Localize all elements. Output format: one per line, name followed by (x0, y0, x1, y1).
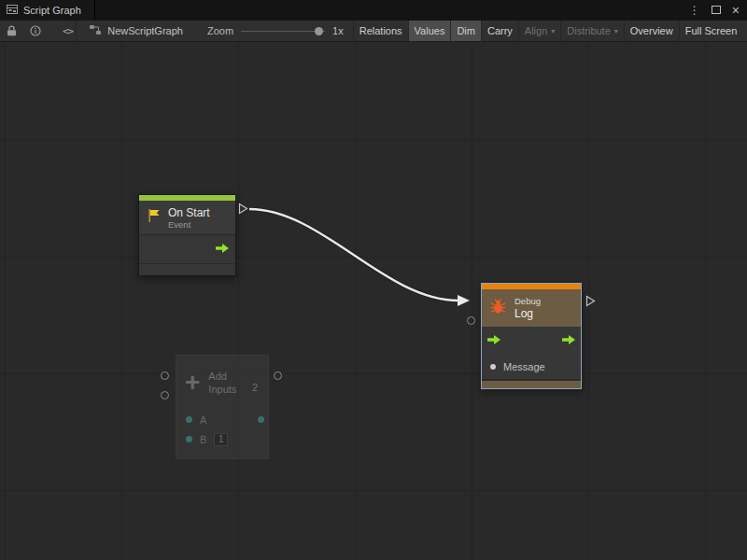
maximize-box-glyph (712, 6, 721, 14)
chevron-down-icon: ▾ (551, 27, 555, 35)
carry-label: Carry (487, 25, 513, 36)
port-ring[interactable] (274, 371, 282, 380)
overview-label: Overview (630, 25, 673, 36)
tab-script-graph[interactable]: Script Graph (0, 0, 95, 21)
port-label-b: B (200, 434, 206, 445)
values-label: Values (415, 25, 445, 36)
inline-value-field[interactable]: 1 (214, 433, 228, 446)
node-subtitle: Event (168, 219, 210, 230)
node-title-line1: Add (208, 370, 236, 383)
tab-title: Script Graph (23, 5, 81, 16)
zoom-value: 1x (332, 25, 344, 36)
graph-name-label: NewScriptGraph (107, 25, 183, 36)
zoom-label: Zoom (207, 25, 233, 36)
node-footer (139, 263, 235, 275)
graph-canvas[interactable]: On Start Event (0, 42, 747, 560)
wire-arrowhead (458, 295, 470, 306)
distribute-label: Distribute (567, 25, 610, 36)
node-title-line2: Inputs (208, 383, 236, 396)
node-footer (482, 379, 581, 388)
titlebar-spacer (95, 0, 689, 21)
lock-icon[interactable] (0, 21, 23, 41)
align-button[interactable]: Align▾ (518, 21, 560, 41)
dim-label: Dim (457, 25, 475, 36)
connection-wire (0, 42, 747, 560)
node-title: On Start (168, 206, 210, 219)
align-label: Align (525, 25, 547, 36)
toolbar-buttons: Relations Values Dim Carry Align▾ Distri… (353, 21, 743, 41)
graph-asset-icon (89, 24, 102, 37)
carry-button[interactable]: Carry (481, 21, 518, 41)
trigger-output-port[interactable] (585, 295, 596, 307)
value-input-port[interactable] (186, 416, 192, 423)
node-add-inputs-ghost[interactable]: + Add Inputs 2 A B 1 (176, 355, 269, 459)
node-category: Debug (514, 296, 541, 307)
overview-button[interactable]: Overview (624, 21, 679, 41)
fullscreen-button[interactable]: Full Screen (679, 21, 743, 41)
maximize-icon[interactable] (712, 5, 721, 16)
input-row-a: A (176, 410, 268, 429)
trigger-output-port[interactable] (238, 203, 248, 215)
output-count: 2 (252, 382, 258, 393)
close-icon[interactable]: × (732, 4, 740, 17)
node-on-start[interactable]: On Start Event (138, 194, 236, 276)
title-bar: Script Graph ⋮ × (0, 0, 747, 21)
relations-label: Relations (359, 25, 402, 36)
zoom-slider-track[interactable] (241, 31, 325, 33)
plus-icon: + (185, 370, 200, 396)
flow-output-arrow-icon[interactable] (215, 241, 230, 258)
menu-icon[interactable]: ⋮ (689, 5, 700, 16)
message-port-ring[interactable] (467, 316, 475, 325)
graph-toolbar: <> NewScriptGraph Zoom 1x Relations Valu… (0, 21, 747, 42)
code-view-icon[interactable]: <> (63, 25, 73, 37)
distribute-button[interactable]: Distribute▾ (560, 21, 623, 41)
values-button[interactable]: Values (408, 21, 451, 41)
port-label-a: A (200, 414, 206, 426)
toolbar-divider (76, 21, 77, 41)
port-label-message: Message (503, 361, 545, 372)
flow-output-arrow-icon[interactable] (561, 332, 576, 349)
info-icon[interactable] (23, 21, 48, 41)
node-debug-log[interactable]: Debug Log Message (481, 283, 582, 389)
relations-button[interactable]: Relations (353, 21, 408, 41)
fullscreen-label: Full Screen (685, 25, 738, 36)
zoom-slider-knob[interactable] (315, 27, 323, 35)
zoom-slider[interactable] (241, 26, 325, 36)
port-ring[interactable] (161, 391, 169, 399)
node-title: Log (514, 307, 541, 320)
value-input-port[interactable] (490, 364, 496, 370)
dim-button[interactable]: Dim (450, 21, 481, 41)
graph-name-button[interactable]: NewScriptGraph (79, 21, 192, 41)
input-row-b: B 1 (176, 429, 268, 449)
bug-icon (489, 298, 507, 319)
value-output-port[interactable] (258, 416, 264, 423)
flow-input-arrow-icon[interactable] (486, 332, 501, 349)
port-ring[interactable] (161, 371, 169, 380)
chevron-down-icon: ▾ (614, 27, 618, 35)
value-input-port[interactable] (186, 436, 192, 442)
script-graph-tab-icon (7, 4, 18, 17)
script-graph-window: Script Graph ⋮ × <> NewScriptGraph Zoom (0, 0, 747, 560)
flag-icon (147, 208, 162, 227)
